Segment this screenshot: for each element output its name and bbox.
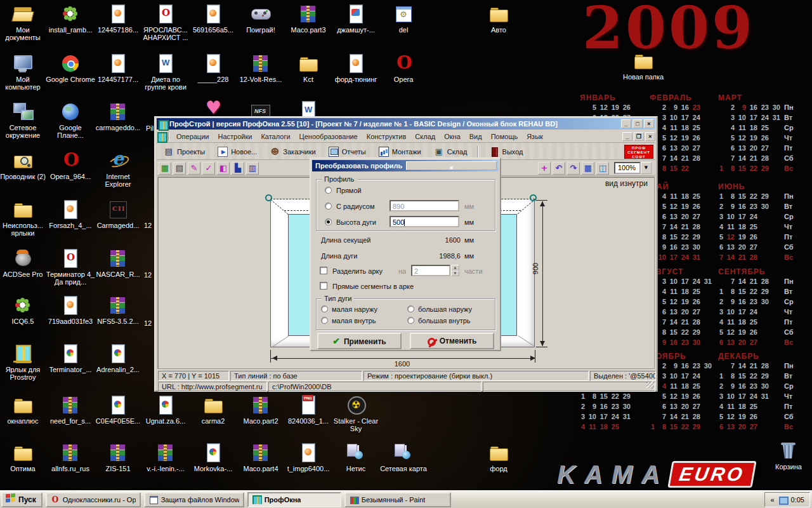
straight-segments-checkbox[interactable] [320,282,327,290]
radius-input[interactable]: 890 [390,200,459,211]
check-icon[interactable]: ✓ [202,162,215,175]
desktop-icon[interactable]: Internet Explorer [93,150,143,188]
menu-item[interactable]: Настройки [213,130,256,143]
taskbar-task-paint[interactable]: Безымянный - Paint [344,492,451,507]
start-button[interactable]: Пуск [1,492,43,507]
grid-icon[interactable]: ▦ [159,162,171,175]
desktop-icon[interactable]: Мой компьютер [0,53,48,91]
desktop-icon[interactable]: 5691656a5... [188,4,238,34]
radio-arc-height[interactable] [325,218,332,225]
desktop-icon[interactable]: ZIS-151 [93,443,143,472]
tray-chevron-icon[interactable]: « [770,496,774,504]
desktop-icon[interactable]: 8240036_1... [284,395,333,425]
desktop-icon[interactable]: v.-i.-lenin.-... [141,443,190,472]
menu-item[interactable]: Каталоги [256,130,294,143]
desktop-icon[interactable]: 124457186... [93,4,143,34]
desktop-icon[interactable]: Мои документы [0,4,48,41]
desktop-icon[interactable]: install_ramb... [46,4,95,34]
desktop-icon[interactable]: Forsazh_4_... [46,199,95,229]
desktop-icon[interactable]: Google Плане... [46,102,95,139]
desktop-icon[interactable]: ЯРОСЛАВС... АНАРХИСТ ... [141,4,190,41]
menu-item[interactable]: Склад [410,130,440,143]
desktop-icon[interactable]: 719aad031fe3 [46,295,95,325]
desktop-icon[interactable]: _____228 [188,53,238,83]
desktop-icon[interactable]: окнаплюс [0,395,48,425]
zoom-combo[interactable]: 100% ▼ [614,162,652,174]
desktop-icon[interactable]: джамшут-... [331,4,381,34]
desktop-icon[interactable]: Maco.part2 [236,395,285,425]
desktop-icon[interactable]: Terminator_... [46,344,95,373]
desktop-icon[interactable]: Ugnat.za.6... [141,395,190,425]
desktop-icon[interactable]: carmageddo... [93,102,143,131]
toolbar-button-new[interactable]: Новое... [213,145,263,159]
radio-small-inward[interactable] [321,317,328,324]
desktop-icon[interactable]: Ярлык для Prostroy [0,344,48,381]
desktop-icon[interactable]: Корзина [764,441,812,471]
chevron-down-icon[interactable]: ▼ [641,162,652,174]
taskbar-task-opera[interactable]: Одноклассники.ru - Op... [46,492,141,507]
redo-icon[interactable]: ↷ [567,162,580,175]
desktop-icon[interactable]: форд-тюнинг [331,53,381,83]
desktop-icon[interactable]: Adrenalin_2... [93,344,143,373]
desktop-icon[interactable]: Новая папка [619,51,668,81]
desktop-icon[interactable]: Сетевая карта [379,443,428,472]
radio-big-inward[interactable] [407,317,414,324]
toolbar-button-exit[interactable]: Выход [485,145,529,159]
panels-icon[interactable]: ◫ [596,162,609,175]
toolbar-button-projects[interactable]: Проекты [159,145,211,159]
desktop-icon[interactable]: del [379,4,428,34]
desktop-icon[interactable]: Maco.part3 [284,4,333,34]
radio-small-outward[interactable] [321,305,328,312]
move-icon[interactable]: + [538,162,551,175]
desktop-icon[interactable]: Maco.part4 [236,443,285,472]
mdi-restore-button[interactable]: ❐ [634,132,644,141]
toolbar-button-warehouse[interactable]: Склад [429,145,473,159]
desktop-icon[interactable]: allnfs.ru_rus [46,443,95,472]
desktop-icon[interactable]: ACDSee Pro [0,248,48,278]
desktop-icon[interactable]: t_imgp6400... [284,443,333,472]
mdi-minimize-button[interactable]: _ [622,132,632,141]
desktop-icon[interactable]: Сетевое окружение [0,102,48,139]
desktop-icon[interactable]: 124457177... [93,53,143,83]
desktop-icon[interactable]: Диета по группе крови [141,53,190,91]
desktop-icon[interactable]: NASCAR_R... [93,248,143,278]
chart-icon[interactable]: ▙ [232,162,244,175]
spinner-down-icon[interactable]: ▼ [451,271,459,276]
resize-grip[interactable] [646,381,654,389]
desktop-icon[interactable]: Нетис [331,443,381,472]
desktop-icon[interactable]: Терминатор 4_ Да прид... [46,248,95,286]
desktop-icon[interactable]: Проводник (2) [0,150,48,180]
menu-item[interactable]: Операции [172,130,213,143]
desktop-icon[interactable]: Авто [474,4,523,34]
desktop-icon[interactable]: Неиспольз... ярлыки [0,199,48,237]
menu-item[interactable]: Ценообразование [295,130,362,143]
spinner-up-icon[interactable]: ▲ [451,265,459,271]
zoom-value[interactable]: 100% [614,162,641,174]
desktop-icon[interactable]: need_for_s... [46,395,95,425]
menu-item[interactable]: Язык [522,130,547,143]
desktop-icon[interactable]: Opera_964... [46,150,95,180]
desktop-icon[interactable]: Оптима [0,443,48,472]
desktop-icon[interactable]: carma2 [188,395,238,425]
desktop-icon[interactable]: C0E4F0E5E... [93,395,143,425]
menu-item[interactable]: Конструктив [362,130,411,143]
desktop-icon[interactable]: Carmagedd... [93,199,143,229]
desktop-icon[interactable]: Morkovka-... [188,443,238,472]
menu-item[interactable]: Помощь [487,130,523,143]
desktop-icon[interactable]: NFS5-3.5.2... [93,295,143,325]
close-button[interactable]: × [644,119,654,128]
taskbar-task-window[interactable]: Защита файлов Windows [144,492,244,507]
radio-big-outward[interactable] [407,305,414,312]
arc-height-input[interactable]: 500 [390,216,459,227]
desktop-icon[interactable]: Stalker - Clear Sky [331,395,381,432]
desktop-icon[interactable]: Поиграй! [236,4,285,34]
maximize-button[interactable]: □ [632,119,643,128]
radio-radius[interactable] [325,203,332,210]
toolbar-button-customers[interactable]: Заказчики [265,145,321,159]
toolbar-button-reports[interactable]: Отчеты [324,145,372,159]
desktop-icon[interactable]: форд [474,443,523,472]
split-count-input[interactable]: 2 [411,265,450,276]
desktop-icon[interactable]: Kct [284,53,333,83]
taskbar-task-profokna[interactable]: ПрофОкна [247,492,341,507]
table-icon[interactable]: ▦ [582,162,594,175]
